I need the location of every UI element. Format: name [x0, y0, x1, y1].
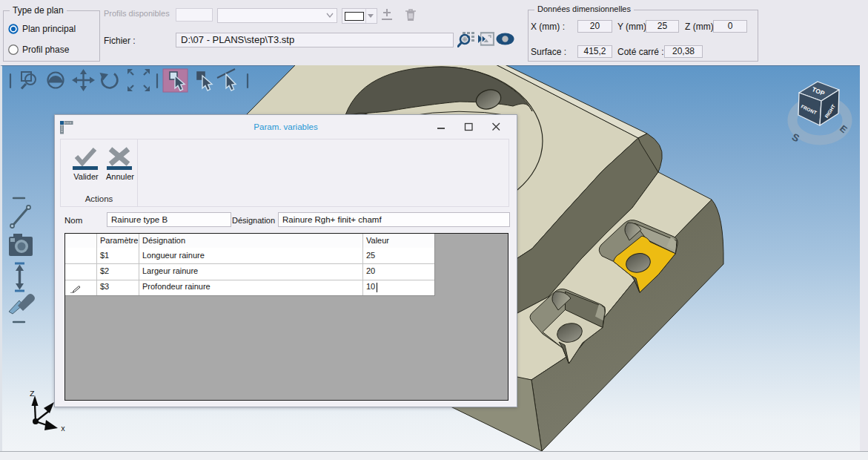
svg-text:x: x [61, 425, 65, 433]
svg-text:Z: Z [30, 390, 35, 398]
